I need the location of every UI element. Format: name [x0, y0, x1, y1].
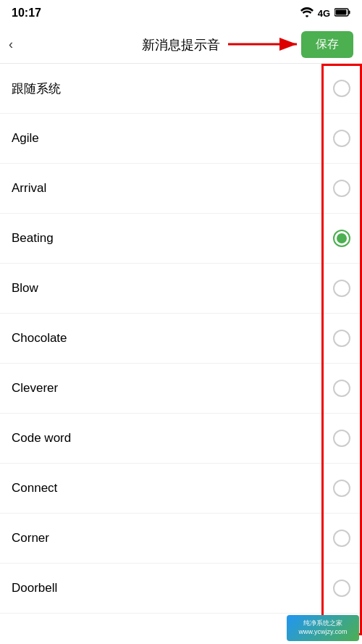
- radio-button[interactable]: [333, 130, 350, 147]
- list-item[interactable]: Code word: [0, 414, 362, 464]
- radio-button[interactable]: [333, 280, 350, 297]
- save-button[interactable]: 保存: [301, 31, 353, 58]
- page-title: 新消息提示音: [142, 36, 220, 54]
- radio-button[interactable]: [333, 330, 350, 347]
- back-button[interactable]: ‹: [9, 37, 13, 52]
- radio-button[interactable]: [333, 380, 350, 397]
- svg-rect-1: [349, 10, 350, 14]
- item-label: Arrival: [12, 181, 46, 196]
- list-item[interactable]: Chocolate: [0, 314, 362, 364]
- status-time: 10:17: [12, 7, 41, 20]
- list-item[interactable]: Agile: [0, 114, 362, 164]
- radio-button[interactable]: [333, 580, 350, 597]
- list-item[interactable]: Connect: [0, 464, 362, 514]
- radio-button[interactable]: [333, 530, 350, 547]
- list-item[interactable]: Blow: [0, 264, 362, 314]
- status-bar: 10:17 4G: [0, 0, 362, 26]
- list-item[interactable]: Arrival: [0, 164, 362, 214]
- item-label: Blow: [12, 281, 38, 296]
- svg-rect-2: [336, 9, 347, 14]
- item-label: Chocolate: [12, 331, 67, 346]
- radio-button[interactable]: [333, 80, 350, 97]
- radio-button[interactable]: [333, 230, 350, 247]
- wifi-icon: [300, 7, 313, 20]
- radio-button[interactable]: [333, 180, 350, 197]
- back-chevron-icon: ‹: [9, 37, 13, 52]
- list-container[interactable]: 跟随系统AgileArrivalBeatingBlowChocolateClev…: [0, 64, 362, 644]
- watermark: 纯净系统之家 www.ycwjzy.com: [287, 615, 359, 641]
- item-label: Doorbell: [12, 581, 57, 595]
- item-label: Corner: [12, 531, 49, 545]
- item-label: Code word: [12, 431, 71, 446]
- battery-icon: [334, 8, 350, 19]
- list-item[interactable]: Cleverer: [0, 364, 362, 414]
- status-icons: 4G: [300, 7, 350, 20]
- item-label: Beating: [12, 231, 54, 246]
- item-label: Agile: [12, 131, 39, 146]
- toolbar: ‹ 新消息提示音 保存: [0, 26, 362, 64]
- item-label: Cleverer: [12, 381, 58, 396]
- item-label: 跟随系统: [12, 80, 61, 97]
- list-item[interactable]: 跟随系统: [0, 64, 362, 114]
- radio-button[interactable]: [333, 430, 350, 447]
- watermark-text: 纯净系统之家 www.ycwjzy.com: [299, 619, 348, 636]
- list-item[interactable]: Beating: [0, 214, 362, 264]
- item-label: Connect: [12, 481, 57, 495]
- signal-label: 4G: [318, 8, 330, 19]
- list-item[interactable]: Doorbell: [0, 564, 362, 614]
- list-item[interactable]: Corner: [0, 514, 362, 564]
- radio-button[interactable]: [333, 480, 350, 497]
